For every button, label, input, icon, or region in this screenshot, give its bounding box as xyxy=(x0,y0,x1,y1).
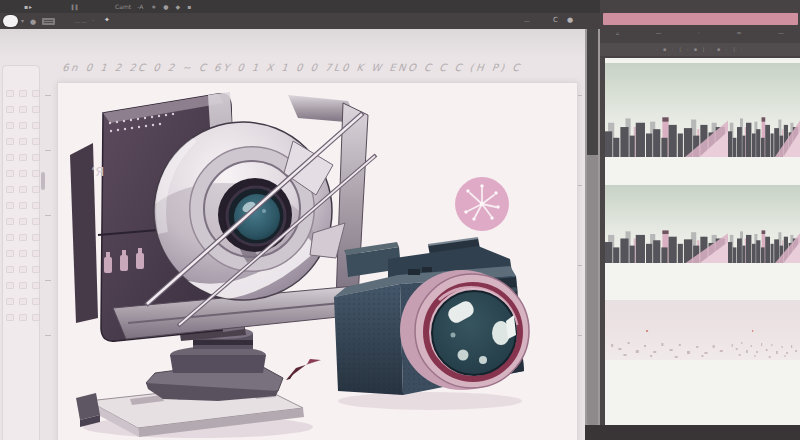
scrollbar-thumb-top[interactable] xyxy=(587,29,598,155)
tool-icon[interactable] xyxy=(6,138,14,145)
tool-icon[interactable] xyxy=(32,266,40,273)
tool-icon[interactable] xyxy=(19,106,27,113)
panel-header: ▵ — · ≈ — · ▪ · | · ▪ | · ▪ · | · xyxy=(600,26,800,58)
tool-icon[interactable] xyxy=(32,170,40,177)
tool-icon[interactable] xyxy=(6,186,14,193)
ruler-tick xyxy=(45,280,51,281)
scrollbar-thumb[interactable] xyxy=(587,155,598,425)
dot-icon-small: · xyxy=(92,17,94,25)
tool-icon[interactable] xyxy=(19,122,27,129)
chevron-down-icon[interactable]: ▾ xyxy=(21,17,24,24)
tool-icon[interactable] xyxy=(19,314,27,321)
tool-icon[interactable] xyxy=(32,218,40,225)
crescent-icon[interactable]: C xyxy=(553,16,558,24)
filmstrip-panel xyxy=(600,58,800,425)
diamond-icon[interactable]: ◆ xyxy=(176,3,181,10)
tool-palette xyxy=(2,65,40,440)
tool-icon[interactable] xyxy=(19,298,27,305)
tool-icon[interactable] xyxy=(19,186,27,193)
tool-icon[interactable] xyxy=(6,234,14,241)
app-window-icon[interactable]: ▪▸ xyxy=(24,0,33,13)
palette-scrollbar-thumb[interactable] xyxy=(41,172,45,190)
filmstrip-frame-6[interactable] xyxy=(728,300,800,360)
ruler-scribble-annotations: 6n 0 1 2 2C 0 2 ~ C 6Y 0 1 X 1 0 0 7L0 K… xyxy=(61,62,575,80)
ruler-tick xyxy=(45,215,51,216)
tool-icon[interactable] xyxy=(6,122,14,129)
pink-accent-bar xyxy=(603,13,798,25)
dash-icon: — xyxy=(524,17,530,24)
dot-icon[interactable]: ● xyxy=(30,18,36,26)
tool-icon[interactable] xyxy=(19,90,27,97)
tool-icon[interactable] xyxy=(6,154,14,161)
ruler-tick xyxy=(45,335,51,336)
tool-icon[interactable] xyxy=(19,138,27,145)
window-controls-icon[interactable]: ∥∥ xyxy=(71,0,79,13)
tool-icon[interactable] xyxy=(32,298,40,305)
right-panel: ▵ — · ≈ — · ▪ · | · ▪ | · ▪ · | · xyxy=(600,0,800,440)
tool-icon[interactable] xyxy=(6,266,14,273)
tool-icon[interactable] xyxy=(6,170,14,177)
camera-illustration[interactable] xyxy=(334,238,529,395)
tool-icon[interactable] xyxy=(32,90,40,97)
illustration-svg: ʼЯ xyxy=(58,83,579,440)
filmstrip-frame-4[interactable] xyxy=(728,185,800,263)
tool-icon[interactable] xyxy=(32,138,40,145)
tool-icon[interactable] xyxy=(19,154,27,161)
tool-icon[interactable] xyxy=(6,298,14,305)
tool-icon[interactable] xyxy=(19,250,27,257)
wave-icon[interactable]: ≈ xyxy=(736,29,741,36)
tool-icon[interactable] xyxy=(32,154,40,161)
panel-bottom-strip xyxy=(600,425,800,440)
dot-icon[interactable]: ● xyxy=(163,3,168,10)
tool-icon[interactable] xyxy=(6,282,14,289)
tool-icon[interactable] xyxy=(32,314,40,321)
menu-item-app[interactable]: Camt xyxy=(115,3,131,10)
filmstrip-frame-2[interactable] xyxy=(728,63,800,157)
tool-icon[interactable] xyxy=(19,170,27,177)
application-window: ▪▸ ∥∥ Camt -A ∗ ● ◆ ▪ ▾ ● —— · ✦ — C ● xyxy=(0,0,800,440)
svg-text:ʼЯ: ʼЯ xyxy=(91,164,104,179)
divider-bottom xyxy=(585,425,600,440)
tool-icon[interactable] xyxy=(6,314,14,321)
ruler-tick xyxy=(45,150,51,151)
tool-icon[interactable] xyxy=(19,266,27,273)
tool-icon[interactable] xyxy=(6,250,14,257)
artboard-canvas[interactable]: ʼЯ xyxy=(57,82,578,440)
filmstrip-frame-1[interactable] xyxy=(605,63,728,157)
tool-icon[interactable] xyxy=(32,122,40,129)
tool-icon[interactable] xyxy=(19,202,27,209)
toolbar-faint-label: —— xyxy=(74,18,88,25)
dash-icon-2[interactable]: — xyxy=(778,29,784,36)
tool-icon[interactable] xyxy=(19,234,27,241)
filmstrip-frame-3[interactable] xyxy=(605,185,728,263)
dash-icon[interactable]: — xyxy=(656,29,662,36)
tool-icon[interactable] xyxy=(6,106,14,113)
sparkle-badge[interactable] xyxy=(455,177,509,231)
tool-palette-grid xyxy=(6,90,40,321)
sparkle-icon[interactable]: ✦ xyxy=(104,16,110,24)
tool-icon[interactable] xyxy=(32,186,40,193)
tool-icon[interactable] xyxy=(32,234,40,241)
ruler-tick xyxy=(45,95,51,96)
dot-icon[interactable]: · xyxy=(698,29,700,36)
tool-icon[interactable] xyxy=(32,282,40,289)
triangle-icon[interactable]: ▵ xyxy=(616,29,619,36)
tool-icon[interactable] xyxy=(32,106,40,113)
tool-icon[interactable] xyxy=(32,202,40,209)
tool-icon[interactable] xyxy=(6,218,14,225)
tool-icon[interactable] xyxy=(19,218,27,225)
menu-item-mode[interactable]: -A xyxy=(137,3,143,10)
filmstrip-frame-5[interactable] xyxy=(605,300,728,360)
square-icon[interactable]: ▪ xyxy=(187,3,191,10)
tool-icon[interactable] xyxy=(32,250,40,257)
tool-icon[interactable] xyxy=(19,282,27,289)
tool-icon[interactable] xyxy=(6,202,14,209)
dot-icon-right[interactable]: ● xyxy=(567,16,573,24)
canvas-pasteboard: 6n 0 1 2 2C 0 2 ~ C 6Y 0 1 X 1 0 0 7L0 K… xyxy=(0,29,585,440)
vertical-scrollbar[interactable] xyxy=(585,29,600,440)
toggle-knob[interactable] xyxy=(3,15,18,27)
list-icon[interactable] xyxy=(42,18,55,25)
brush-cursor-shape[interactable] xyxy=(286,359,321,380)
tool-icon[interactable] xyxy=(6,90,14,97)
settings-icon[interactable]: ∗ xyxy=(151,3,156,10)
